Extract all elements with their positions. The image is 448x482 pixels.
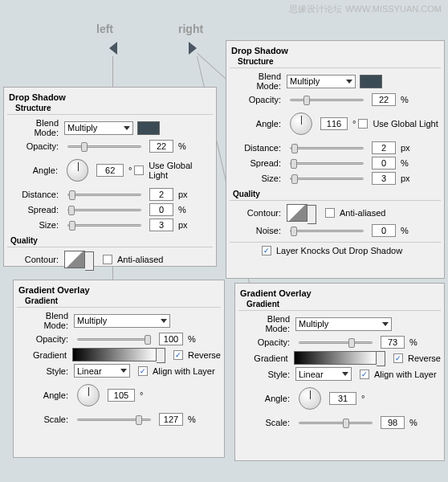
structure-title: Structure [15, 104, 213, 112]
shadow-color-r[interactable] [360, 75, 382, 88]
antialias-check[interactable] [103, 255, 112, 264]
style-select-r[interactable]: Linear [295, 367, 352, 381]
opacity-val[interactable]: 22 [149, 140, 173, 153]
go-angle-dial-r[interactable] [299, 387, 321, 410]
go-scale-slider-r[interactable] [299, 422, 373, 424]
go-scale-label: Scale: [22, 415, 68, 424]
blend-label-r: Blend Mode: [234, 71, 281, 91]
go-angle-val[interactable]: 105 [108, 389, 135, 402]
dist-val[interactable]: 2 [149, 188, 173, 201]
angle-label: Angle: [12, 165, 58, 175]
global-light-check-r[interactable] [358, 119, 368, 129]
align-check-r[interactable]: ✓ [360, 370, 369, 379]
dist-label: Distance: [12, 190, 59, 199]
go-opacity-slider[interactable] [77, 338, 151, 341]
reverse-label: Reverse [188, 350, 221, 360]
noise-val-r[interactable]: 0 [372, 224, 396, 237]
go-style-label-r: Style: [243, 370, 290, 379]
global-light-check[interactable] [134, 165, 144, 175]
go-opacity-label: Opacity: [22, 334, 68, 344]
blend-select-r[interactable]: Multiply [287, 75, 356, 88]
spread-label: Spread: [12, 205, 59, 214]
contour-picker[interactable] [64, 251, 85, 268]
reverse-check-r[interactable]: ✓ [393, 353, 403, 363]
ds-title-r: Drop Shadow [231, 46, 441, 55]
opacity-val-r[interactable]: 22 [372, 93, 396, 106]
gradient-sub-r: Gradient [246, 300, 441, 308]
structure-title-r: Structure [238, 57, 441, 66]
go-blend-label-r: Blend Mode: [243, 314, 290, 333]
watermark-cn: 思缘设计论坛 [289, 4, 342, 14]
spread-slider-r[interactable] [290, 162, 364, 165]
size-slider[interactable] [67, 224, 141, 227]
go-angle-val-r[interactable]: 31 [329, 392, 356, 405]
style-select[interactable]: Linear [74, 364, 130, 378]
go-blend-select[interactable]: Multiply [74, 314, 170, 328]
size-slider-r[interactable] [290, 178, 364, 180]
go-opacity-val[interactable]: 100 [159, 333, 183, 345]
align-label-r: Align with Layer [374, 370, 437, 379]
noise-label-r: Noise: [234, 226, 281, 235]
dist-slider-r[interactable] [290, 147, 364, 149]
spread-val-r[interactable]: 0 [372, 157, 396, 170]
go-title-r: Gradient Overlay [240, 288, 441, 298]
noise-slider-r[interactable] [290, 230, 364, 232]
label-left: left [96, 22, 113, 35]
go-opacity-val-r[interactable]: 73 [381, 336, 405, 349]
quality-title-r: Quality [233, 190, 441, 198]
spread-label-r: Spread: [234, 158, 281, 168]
go-blend-label: Blend Mode: [22, 311, 68, 330]
size-val-r[interactable]: 3 [372, 172, 396, 185]
go-title: Gradient Overlay [18, 285, 221, 295]
right-drop-shadow-panel: Drop Shadow Structure Blend Mode:Multipl… [226, 40, 445, 279]
go-opacity-slider-r[interactable] [299, 341, 373, 344]
antialias-label: Anti-aliased [117, 255, 163, 264]
dist-slider[interactable] [67, 194, 141, 196]
angle-val[interactable]: 62 [96, 164, 123, 177]
antialias-label-r: Anti-aliased [340, 208, 385, 218]
shadow-color[interactable] [137, 121, 160, 135]
align-label: Align with Layer [153, 366, 215, 376]
blend-label: Blend Mode: [12, 118, 59, 137]
size-label-r: Size: [234, 174, 281, 183]
ds-title: Drop Shadow [9, 92, 213, 102]
angle-dial-r[interactable] [290, 112, 312, 135]
go-opacity-label-r: Opacity: [243, 337, 290, 347]
go-blend-select-r[interactable]: Multiply [295, 317, 392, 331]
left-arrow-icon [109, 42, 117, 55]
go-grad-label-r: Gradient [243, 353, 288, 363]
contour-label: Contour: [12, 255, 59, 264]
go-scale-slider[interactable] [77, 419, 151, 421]
contour-label-r: Contour: [234, 208, 281, 218]
go-angle-label: Angle: [22, 390, 68, 400]
opacity-slider[interactable] [67, 145, 141, 148]
global-light-label-r: Use Global Light [373, 119, 438, 129]
dist-label-r: Distance: [234, 143, 281, 153]
spread-slider[interactable] [67, 209, 141, 211]
angle-dial[interactable] [67, 159, 89, 182]
go-style-label: Style: [22, 366, 68, 376]
go-scale-label-r: Scale: [243, 418, 290, 427]
opacity-label: Opacity: [12, 141, 59, 151]
go-grad-label: Gradient [22, 350, 67, 360]
angle-val-r[interactable]: 116 [320, 117, 348, 130]
opacity-slider-r[interactable] [290, 99, 364, 101]
dist-val-r[interactable]: 2 [372, 141, 396, 154]
go-scale-val[interactable]: 127 [159, 413, 183, 426]
contour-picker-r[interactable] [287, 204, 307, 222]
knockout-check[interactable]: ✓ [262, 246, 271, 255]
gradient-picker-r[interactable] [294, 351, 377, 365]
spread-val[interactable]: 0 [149, 203, 173, 216]
reverse-label-r: Reverse [408, 353, 441, 363]
left-drop-shadow-panel: Drop Shadow Structure Blend Mode:Multipl… [3, 87, 217, 267]
align-check[interactable]: ✓ [138, 366, 148, 376]
angle-label-r: Angle: [234, 119, 281, 129]
go-scale-val-r[interactable]: 98 [381, 416, 405, 429]
size-val[interactable]: 3 [149, 219, 173, 231]
reverse-check[interactable]: ✓ [173, 350, 183, 360]
go-angle-dial[interactable] [77, 384, 100, 406]
gradient-picker[interactable] [72, 348, 157, 362]
blend-select[interactable]: Multiply [64, 121, 133, 135]
watermark-en: WWW.MISSYUAN.COM [345, 4, 442, 14]
antialias-check-r[interactable] [325, 208, 335, 218]
